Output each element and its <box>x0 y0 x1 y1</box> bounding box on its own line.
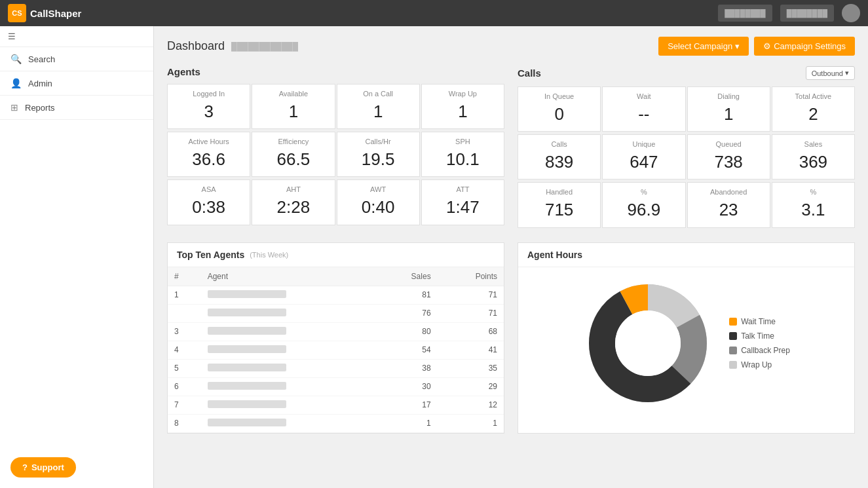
rank-cell: 8 <box>168 414 201 432</box>
stat-value: 36.6 <box>174 149 243 170</box>
stat-value: 738 <box>694 152 763 172</box>
points-cell: 71 <box>438 286 504 304</box>
support-button[interactable]: ? Support <box>10 457 76 478</box>
stat-card: AWT 0:40 <box>337 179 420 225</box>
stat-card: Queued 738 <box>687 134 770 179</box>
agent-cell <box>201 396 375 414</box>
stat-card: Calls/Hr 19.5 <box>337 132 420 177</box>
logo: CS CallShaper <box>8 4 81 22</box>
agents-label: Agents <box>167 66 200 77</box>
stat-label: AWT <box>344 185 413 193</box>
stat-label: Handled <box>525 188 594 196</box>
agent-hours-panel: Agent Hours <box>518 242 855 434</box>
dashboard-title-area: Dashboard ████████████ <box>167 39 298 53</box>
stat-value: 96.9 <box>609 200 678 220</box>
sidebar-item-search[interactable]: 🔍 Search <box>0 47 153 71</box>
sidebar-item-reports[interactable]: ⊞ Reports <box>0 96 153 120</box>
chart-area: Wait Time Talk Time Callback Prep Wrap U… <box>518 267 854 419</box>
bottom-panels: Top Ten Agents (This Week) # Agent Sales… <box>167 242 855 434</box>
stat-value: 369 <box>779 152 848 172</box>
col-agent: Agent <box>201 267 375 286</box>
stat-card: SPH 10.1 <box>421 132 504 177</box>
table-row: 4 54 41 <box>168 341 504 359</box>
stat-value: 0:38 <box>174 197 243 217</box>
stat-label: Calls <box>525 140 594 148</box>
legend-dot <box>729 318 737 326</box>
logo-text: CallShaper <box>30 8 81 19</box>
table-row: 8 1 1 <box>168 414 504 432</box>
stat-card: Wrap Up 1 <box>421 84 504 129</box>
stat-value: 66.5 <box>259 149 328 170</box>
stat-card: Active Hours 36.6 <box>167 132 250 177</box>
sidebar-reports-label: Reports <box>25 103 55 113</box>
rank-cell: 6 <box>168 377 201 396</box>
dashboard-header: Dashboard ████████████ Select Campaign ▾… <box>167 37 855 56</box>
stat-label: % <box>779 188 848 196</box>
stat-card: Total Active 2 <box>772 86 855 132</box>
gear-icon: ⚙ <box>763 41 771 51</box>
top-agents-panel: Top Ten Agents (This Week) # Agent Sales… <box>167 242 504 434</box>
points-cell: 68 <box>438 322 504 341</box>
stat-value: -- <box>609 104 678 124</box>
calls-label: Calls <box>518 67 541 79</box>
select-campaign-button[interactable]: Select Campaign ▾ <box>658 37 749 56</box>
campaign-settings-label: Campaign Settings <box>774 41 846 51</box>
stat-card: Wait -- <box>602 86 685 132</box>
agent-cell <box>201 359 375 377</box>
stat-card: AHT 2:28 <box>252 179 335 225</box>
stat-label: Calls/Hr <box>344 138 413 145</box>
outbound-dropdown[interactable]: Outbound ▾ <box>806 66 855 80</box>
sales-cell: 38 <box>375 359 438 377</box>
stat-label: Total Active <box>779 92 848 100</box>
stat-card: Sales 369 <box>772 134 855 179</box>
agents-row1: Logged In 3 Available 1 On a Call 1 Wrap… <box>167 84 504 129</box>
stat-card: Dialing 1 <box>687 86 770 132</box>
agents-section-title: Agents <box>167 66 504 77</box>
sidebar-toggle[interactable]: ☰ <box>0 26 153 47</box>
sales-cell: 54 <box>375 341 438 359</box>
donut-chart <box>582 278 713 409</box>
stat-label: Dialing <box>694 92 763 100</box>
sidebar-item-admin[interactable]: 👤 Admin <box>0 71 153 96</box>
topbar-right: ████████ ████████ <box>718 4 860 22</box>
logo-icon: CS <box>8 4 26 22</box>
stat-label: SPH <box>428 138 497 145</box>
campaign-settings-button[interactable]: ⚙ Campaign Settings <box>754 37 855 56</box>
stat-value: 1 <box>694 104 763 124</box>
stat-label: Wrap Up <box>428 90 497 98</box>
stat-value: 715 <box>525 200 594 220</box>
stat-value: 2:28 <box>259 197 328 217</box>
rank-cell: 1 <box>168 286 201 304</box>
stat-label: ATT <box>428 185 497 193</box>
legend-label: Wrap Up <box>741 360 772 369</box>
stat-value: 839 <box>525 152 594 172</box>
question-icon: ? <box>22 462 28 472</box>
rank-cell: 3 <box>168 322 201 341</box>
page-title: Dashboard <box>167 39 225 53</box>
chart-legend: Wait Time Talk Time Callback Prep Wrap U… <box>729 317 790 369</box>
topbar-user-box2: ████████ <box>780 5 834 22</box>
points-cell: 71 <box>438 304 504 322</box>
calls-section: Calls Outbound ▾ In Queue 0 Wait -- Dial… <box>518 66 855 229</box>
stat-value: 23 <box>694 200 763 220</box>
legend-item: Wait Time <box>729 317 790 326</box>
stat-label: ASA <box>174 185 243 193</box>
stat-value: 19.5 <box>344 149 413 170</box>
agent-cell <box>201 304 375 322</box>
stat-card: ATT 1:47 <box>421 179 504 225</box>
legend-label: Talk Time <box>741 331 774 341</box>
stat-label: Wait <box>609 92 678 100</box>
stat-label: Active Hours <box>174 138 243 145</box>
stat-label: Sales <box>779 140 848 148</box>
legend-item: Talk Time <box>729 331 790 341</box>
stat-card: In Queue 0 <box>518 86 601 132</box>
stat-card: Logged In 3 <box>167 84 250 129</box>
table-row: 7 17 12 <box>168 396 504 414</box>
stat-value: 1 <box>259 102 328 122</box>
stat-value: 10.1 <box>428 149 497 170</box>
stat-value: 0 <box>525 104 594 124</box>
stat-value: 1 <box>428 102 497 122</box>
stat-label: Efficiency <box>259 138 328 145</box>
table-row: 5 38 35 <box>168 359 504 377</box>
layout: ☰ 🔍 Search 👤 Admin ⊞ Reports ? Support D… <box>0 26 868 488</box>
